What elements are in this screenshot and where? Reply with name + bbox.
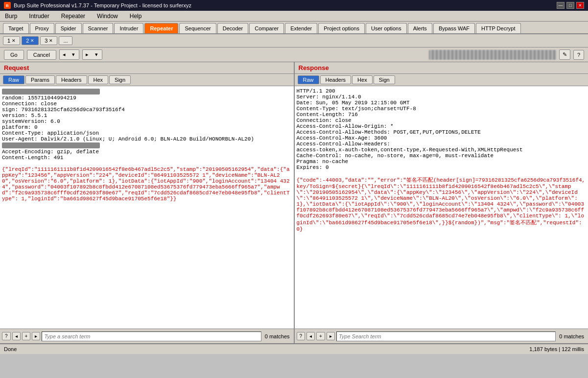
window-controls[interactable]: — □ ✕ xyxy=(557,2,584,9)
target-url-blurred xyxy=(429,50,556,60)
main-content: Request Raw Params Headers Hex Sign rand… xyxy=(0,62,588,343)
tab-http-decrypt[interactable]: HTTP Decrypt xyxy=(476,23,520,33)
response-match-count: 0 matches xyxy=(557,333,586,339)
request-search-bar: ? ◂ + ▸ 0 matches xyxy=(0,329,294,343)
response-panel: Response Raw Headers Hex Sign HTTP/1.1 2… xyxy=(295,62,588,343)
toolbar: Go Cancel ◂ ▾ ▸ ▾ ✎ ? xyxy=(0,47,588,62)
forward-nav: ▸ ▾ xyxy=(82,49,102,60)
request-header: Request xyxy=(0,62,294,74)
response-tab-sign[interactable]: Sign xyxy=(374,75,395,84)
back-nav: ◂ ▾ xyxy=(59,49,79,60)
status-bytes: 1,187 bytes | 122 millis xyxy=(529,346,584,352)
help-button[interactable]: ? xyxy=(573,50,584,60)
tab-spider[interactable]: Spider xyxy=(55,23,82,33)
request-content[interactable]: random: 155711044994219Connection: close… xyxy=(0,86,294,329)
tab-repeater[interactable]: Repeater xyxy=(144,23,178,33)
response-tabs: Raw Headers Hex Sign xyxy=(295,74,588,86)
request-search-prev[interactable]: ◂ xyxy=(12,332,21,340)
response-tab-headers[interactable]: Headers xyxy=(320,75,352,84)
tab-scanner[interactable]: Scanner xyxy=(83,23,114,33)
request-panel: Request Raw Params Headers Hex Sign rand… xyxy=(0,62,295,343)
response-search-input[interactable] xyxy=(336,331,556,341)
maximize-button[interactable]: □ xyxy=(566,2,574,9)
sub-tab-1[interactable]: 1 ✕ xyxy=(3,36,20,45)
status-text: Done xyxy=(4,346,17,352)
go-button[interactable]: Go xyxy=(4,50,24,60)
app-icon: B xyxy=(4,2,11,9)
cancel-button[interactable]: Cancel xyxy=(27,50,56,60)
forward-dropdown[interactable]: ▾ xyxy=(92,49,102,60)
request-tab-params[interactable]: Params xyxy=(25,75,55,84)
back-button[interactable]: ◂ xyxy=(59,49,69,60)
response-search-next-plus[interactable]: + xyxy=(316,332,325,340)
tab-proxy[interactable]: Proxy xyxy=(30,23,54,33)
menu-window[interactable]: Window xyxy=(94,12,121,21)
status-bar: Done 1,187 bytes | 122 millis xyxy=(0,343,588,354)
response-content[interactable]: HTTP/1.1 200Server: nginx/1.14.0Date: Su… xyxy=(295,86,588,329)
title-bar: B Burp Suite Professional v1.7.37 - Temp… xyxy=(0,0,588,11)
request-tab-headers[interactable]: Headers xyxy=(56,75,87,84)
close-tab-3[interactable]: ✕ xyxy=(49,38,53,43)
menu-burp[interactable]: Burp xyxy=(2,12,20,21)
tab-target[interactable]: Target xyxy=(3,23,29,33)
title-text: Burp Suite Professional v1.7.37 - Tempor… xyxy=(14,2,191,8)
response-tab-hex[interactable]: Hex xyxy=(352,75,373,84)
close-tab-1[interactable]: ✕ xyxy=(12,38,16,43)
close-tab-2[interactable]: ✕ xyxy=(30,38,34,43)
tab-decoder[interactable]: Decoder xyxy=(217,23,249,33)
response-header: Response xyxy=(295,62,588,74)
response-tab-raw[interactable]: Raw xyxy=(298,75,319,84)
nav-tabs: Target Proxy Spider Scanner Intruder Rep… xyxy=(0,22,588,34)
response-search-help[interactable]: ? xyxy=(297,332,306,340)
tab-user-options[interactable]: User options xyxy=(366,23,407,33)
forward-button[interactable]: ▸ xyxy=(82,49,92,60)
request-search-next[interactable]: ▸ xyxy=(32,332,40,340)
close-button[interactable]: ✕ xyxy=(576,2,584,9)
edit-button[interactable]: ✎ xyxy=(559,49,570,60)
back-dropdown[interactable]: ▾ xyxy=(69,49,79,60)
sub-tab-more[interactable]: ... xyxy=(59,36,72,45)
response-search-prev[interactable]: ◂ xyxy=(306,332,315,340)
response-search-next[interactable]: ▸ xyxy=(327,332,335,340)
menu-intruder[interactable]: Intruder xyxy=(26,12,52,21)
menu-bar: Burp Intruder Repeater Window Help xyxy=(0,11,588,22)
request-search-next-plus[interactable]: + xyxy=(22,332,31,340)
minimize-button[interactable]: — xyxy=(557,2,564,9)
tab-intruder[interactable]: Intruder xyxy=(114,23,143,33)
tab-alerts[interactable]: Alerts xyxy=(408,23,432,33)
request-search-help[interactable]: ? xyxy=(2,332,11,340)
title-bar-left: B Burp Suite Professional v1.7.37 - Temp… xyxy=(4,2,191,9)
tab-extender[interactable]: Extender xyxy=(285,23,317,33)
tab-sequencer[interactable]: Sequencer xyxy=(179,23,216,33)
request-tabs: Raw Params Headers Hex Sign xyxy=(0,74,294,86)
sub-tab-2[interactable]: 2 ✕ xyxy=(22,36,39,45)
menu-help[interactable]: Help xyxy=(127,12,145,21)
sub-tab-bar: 1 ✕ 2 ✕ 3 ✕ ... xyxy=(0,34,588,47)
sub-tab-3[interactable]: 3 ✕ xyxy=(40,36,57,45)
request-tab-sign[interactable]: Sign xyxy=(109,75,131,84)
response-search-bar: ? ◂ + ▸ 0 matches xyxy=(295,329,588,343)
request-tab-hex[interactable]: Hex xyxy=(88,75,109,84)
tab-bypass-waf[interactable]: Bypass WAF xyxy=(433,23,475,33)
tab-comparer[interactable]: Comparer xyxy=(249,23,284,33)
request-tab-raw[interactable]: Raw xyxy=(3,75,24,84)
tab-project-options[interactable]: Project options xyxy=(318,23,365,33)
menu-repeater[interactable]: Repeater xyxy=(58,12,88,21)
request-match-count: 0 matches xyxy=(263,333,292,339)
request-search-input[interactable] xyxy=(42,331,261,341)
